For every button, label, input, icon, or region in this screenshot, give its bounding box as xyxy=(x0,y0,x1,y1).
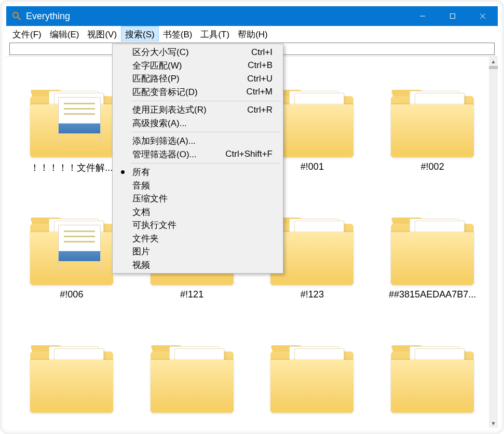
menuitem-label: 匹配路径(P) xyxy=(132,73,180,85)
menuitem-filter-picture[interactable]: 图片 xyxy=(114,245,282,259)
folder-item[interactable] xyxy=(260,324,364,428)
folder-icon xyxy=(391,218,474,285)
folder-label: ！！！！！文件解... xyxy=(30,161,113,174)
menu-file[interactable]: 文件(F) xyxy=(8,26,46,42)
folder-label: #!001 xyxy=(301,161,324,172)
menuitem-label: 压缩文件 xyxy=(132,193,168,205)
folder-item[interactable]: #!006 xyxy=(20,197,124,324)
svg-rect-3 xyxy=(451,14,455,19)
menuitem-label: 图片 xyxy=(132,246,150,257)
folder-icon xyxy=(30,90,113,157)
menu-separator xyxy=(131,163,281,164)
menuitem-whole-word[interactable]: 全字匹配(W) Ctrl+B xyxy=(114,59,282,73)
menuitem-diacritics[interactable]: 匹配变音标记(D) Ctrl+M xyxy=(114,86,282,99)
folder-item[interactable]: ！！！！！文件解... xyxy=(20,69,124,197)
minimize-button[interactable] xyxy=(407,6,438,26)
folder-item[interactable] xyxy=(380,324,484,428)
menuitem-add-filter[interactable]: 添加到筛选(A)... xyxy=(114,134,282,148)
menuitem-label: 文件夹 xyxy=(132,233,159,245)
folder-item[interactable]: #!002 xyxy=(380,69,484,197)
app-title: Everything xyxy=(26,11,407,22)
menuitem-shortcut: Ctrl+Shift+F xyxy=(225,149,273,159)
menuitem-filter-video[interactable]: 视频 xyxy=(114,259,282,272)
folder-label: #!002 xyxy=(421,161,444,172)
menuitem-label: 所有 xyxy=(132,166,150,178)
radio-selected-icon xyxy=(121,170,125,174)
close-button[interactable] xyxy=(468,6,498,26)
menuitem-label: 文档 xyxy=(132,206,150,218)
folder-label: #!123 xyxy=(301,289,324,300)
menuitem-shortcut: Ctrl+M xyxy=(246,87,273,97)
folder-item[interactable] xyxy=(20,324,124,428)
menuitem-advanced-search[interactable]: 高级搜索(A)... xyxy=(114,117,282,130)
menuitem-label: 匹配变音标记(D) xyxy=(132,86,198,98)
menuitem-label: 全字匹配(W) xyxy=(132,60,182,72)
menu-edit[interactable]: 编辑(E) xyxy=(46,26,84,42)
menu-tools[interactable]: 工具(T) xyxy=(196,26,234,42)
menuitem-label: 可执行文件 xyxy=(132,219,176,231)
folder-label: #!006 xyxy=(60,289,83,300)
menuitem-filter-all[interactable]: 所有 xyxy=(114,166,282,179)
scrollbar[interactable]: ▲ ▼ xyxy=(489,57,498,428)
menu-help[interactable]: 帮助(H) xyxy=(234,26,272,42)
folder-item[interactable] xyxy=(140,324,244,428)
window-controls xyxy=(407,6,498,26)
folder-label: #!121 xyxy=(180,289,203,300)
menuitem-shortcut: Ctrl+B xyxy=(248,60,273,71)
maximize-button[interactable] xyxy=(438,6,468,26)
folder-label: ##3815AEDAA7B7... xyxy=(389,289,476,300)
folder-icon xyxy=(270,345,353,413)
menuitem-label: 管理筛选器(O)... xyxy=(132,148,197,160)
menuitem-filter-folder[interactable]: 文件夹 xyxy=(114,232,282,246)
search-menu-dropdown: 区分大小写(C) Ctrl+I 全字匹配(W) Ctrl+B 匹配路径(P) C… xyxy=(112,44,283,274)
menu-bookmark[interactable]: 书签(B) xyxy=(159,26,197,42)
menuitem-label: 使用正则表达式(R) xyxy=(132,104,207,116)
folder-icon xyxy=(391,90,474,157)
scroll-up-button[interactable]: ▲ xyxy=(489,57,498,66)
menuitem-label: 区分大小写(C) xyxy=(132,46,189,58)
menuitem-filter-archive[interactable]: 压缩文件 xyxy=(114,192,282,206)
folder-icon xyxy=(30,218,113,285)
menuitem-label: 添加到筛选(A)... xyxy=(132,135,196,147)
menuitem-filter-document[interactable]: 文档 xyxy=(114,206,282,219)
menuitem-regex[interactable]: 使用正则表达式(R) Ctrl+R xyxy=(114,103,282,117)
svg-line-1 xyxy=(18,17,20,20)
folder-item[interactable]: ##3815AEDAA7B7... xyxy=(380,197,484,324)
menuitem-match-path[interactable]: 匹配路径(P) Ctrl+U xyxy=(114,72,282,86)
menuitem-shortcut: Ctrl+I xyxy=(251,47,273,58)
menu-separator xyxy=(131,132,281,132)
menu-view[interactable]: 视图(V) xyxy=(83,26,121,42)
scroll-thumb[interactable] xyxy=(489,66,498,69)
menuitem-manage-filters[interactable]: 管理筛选器(O)... Ctrl+Shift+F xyxy=(114,148,282,161)
folder-icon xyxy=(151,345,234,413)
menuitem-label: 高级搜索(A)... xyxy=(132,117,187,129)
menuitem-match-case[interactable]: 区分大小写(C) Ctrl+I xyxy=(114,46,282,59)
menubar: 文件(F) 编辑(E) 视图(V) 搜索(S) 书签(B) 工具(T) 帮助(H… xyxy=(6,26,498,42)
menuitem-shortcut: Ctrl+R xyxy=(247,105,273,115)
menuitem-label: 音频 xyxy=(132,180,150,192)
menu-separator xyxy=(131,101,281,101)
titlebar: Everything xyxy=(6,6,498,26)
menuitem-shortcut: Ctrl+U xyxy=(247,74,273,84)
folder-icon xyxy=(391,345,474,413)
folder-icon xyxy=(30,345,113,413)
menuitem-label: 视频 xyxy=(132,259,150,271)
menuitem-filter-executable[interactable]: 可执行文件 xyxy=(114,219,282,232)
app-icon xyxy=(11,11,22,21)
menuitem-filter-audio[interactable]: 音频 xyxy=(114,179,282,193)
scroll-down-button[interactable]: ▼ xyxy=(489,418,498,428)
menu-search[interactable]: 搜索(S) xyxy=(121,26,159,42)
